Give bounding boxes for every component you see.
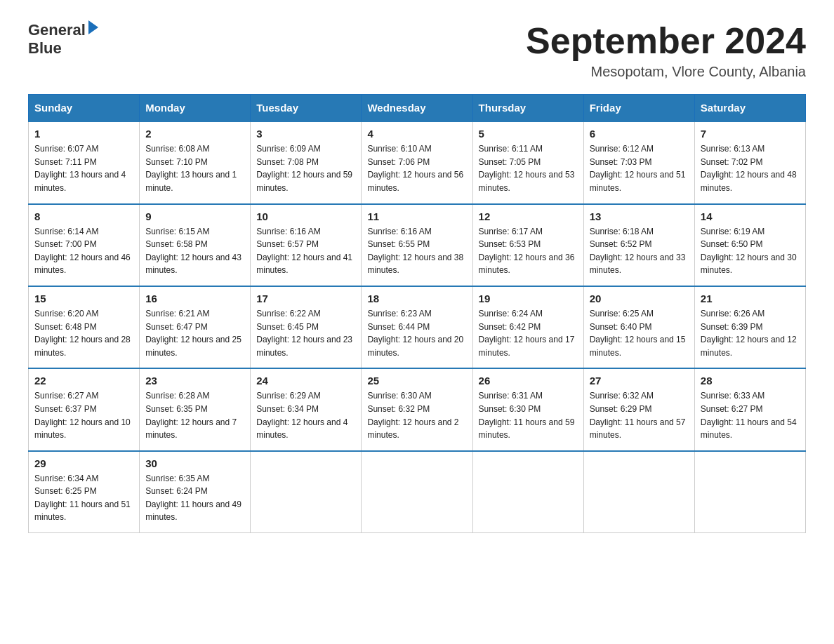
day-number: 6 (590, 128, 689, 140)
day-number: 9 (145, 210, 244, 222)
day-info: Sunrise: 6:07 AMSunset: 7:11 PMDaylight:… (34, 144, 126, 193)
day-info: Sunrise: 6:12 AMSunset: 7:03 PMDaylight:… (590, 144, 686, 193)
calendar-week-row: 15 Sunrise: 6:20 AMSunset: 6:48 PMDaylig… (29, 286, 806, 368)
table-row: 7 Sunrise: 6:13 AMSunset: 7:02 PMDayligh… (694, 121, 805, 203)
day-info: Sunrise: 6:08 AMSunset: 7:10 PMDaylight:… (145, 144, 237, 193)
day-number: 10 (256, 210, 355, 222)
header-monday: Monday (140, 95, 251, 122)
day-number: 27 (590, 375, 689, 387)
day-info: Sunrise: 6:34 AMSunset: 6:25 PMDaylight:… (34, 474, 131, 523)
day-number: 8 (34, 210, 133, 222)
day-number: 23 (145, 375, 244, 387)
table-row: 6 Sunrise: 6:12 AMSunset: 7:03 PMDayligh… (583, 121, 694, 203)
day-number: 29 (34, 457, 133, 469)
day-info: Sunrise: 6:15 AMSunset: 6:58 PMDaylight:… (145, 227, 241, 276)
table-row: 29 Sunrise: 6:34 AMSunset: 6:25 PMDaylig… (29, 451, 140, 533)
day-info: Sunrise: 6:11 AMSunset: 7:05 PMDaylight:… (479, 144, 575, 193)
day-number: 20 (590, 293, 689, 304)
day-info: Sunrise: 6:10 AMSunset: 7:06 PMDaylight:… (367, 144, 463, 193)
table-row: 25 Sunrise: 6:30 AMSunset: 6:32 PMDaylig… (362, 368, 472, 450)
table-row (583, 451, 694, 533)
table-row: 3 Sunrise: 6:09 AMSunset: 7:08 PMDayligh… (251, 121, 362, 203)
day-info: Sunrise: 6:35 AMSunset: 6:24 PMDaylight:… (145, 474, 241, 523)
logo-blue: Blue (28, 39, 62, 58)
day-number: 30 (145, 457, 244, 469)
day-number: 7 (701, 128, 800, 140)
month-year-title: September 2024 (526, 21, 806, 61)
table-row: 19 Sunrise: 6:24 AMSunset: 6:42 PMDaylig… (472, 286, 583, 368)
table-row: 12 Sunrise: 6:17 AMSunset: 6:53 PMDaylig… (472, 204, 583, 286)
day-number: 14 (701, 210, 800, 222)
day-number: 17 (256, 293, 355, 304)
table-row: 13 Sunrise: 6:18 AMSunset: 6:52 PMDaylig… (583, 204, 694, 286)
day-info: Sunrise: 6:20 AMSunset: 6:48 PMDaylight:… (34, 309, 131, 358)
calendar-week-row: 29 Sunrise: 6:34 AMSunset: 6:25 PMDaylig… (29, 451, 806, 533)
day-info: Sunrise: 6:13 AMSunset: 7:02 PMDaylight:… (701, 144, 797, 193)
day-info: Sunrise: 6:24 AMSunset: 6:42 PMDaylight:… (479, 309, 575, 358)
table-row: 26 Sunrise: 6:31 AMSunset: 6:30 PMDaylig… (472, 368, 583, 450)
table-row: 5 Sunrise: 6:11 AMSunset: 7:05 PMDayligh… (472, 121, 583, 203)
table-row: 11 Sunrise: 6:16 AMSunset: 6:55 PMDaylig… (362, 204, 472, 286)
table-row: 9 Sunrise: 6:15 AMSunset: 6:58 PMDayligh… (140, 204, 251, 286)
day-number: 21 (701, 293, 800, 304)
table-row: 14 Sunrise: 6:19 AMSunset: 6:50 PMDaylig… (694, 204, 805, 286)
day-number: 25 (367, 375, 466, 387)
day-info: Sunrise: 6:28 AMSunset: 6:35 PMDaylight:… (145, 391, 237, 440)
day-number: 1 (34, 128, 133, 140)
calendar-header-row: Sunday Monday Tuesday Wednesday Thursday… (29, 95, 806, 122)
day-info: Sunrise: 6:31 AMSunset: 6:30 PMDaylight:… (479, 391, 575, 440)
day-number: 11 (367, 210, 466, 222)
calendar-week-row: 22 Sunrise: 6:27 AMSunset: 6:37 PMDaylig… (29, 368, 806, 450)
table-row: 1 Sunrise: 6:07 AMSunset: 7:11 PMDayligh… (29, 121, 140, 203)
table-row: 30 Sunrise: 6:35 AMSunset: 6:24 PMDaylig… (140, 451, 251, 533)
location-subtitle: Mesopotam, Vlore County, Albania (526, 64, 806, 80)
table-row: 2 Sunrise: 6:08 AMSunset: 7:10 PMDayligh… (140, 121, 251, 203)
day-number: 19 (479, 293, 578, 304)
header-tuesday: Tuesday (251, 95, 362, 122)
table-row: 22 Sunrise: 6:27 AMSunset: 6:37 PMDaylig… (29, 368, 140, 450)
table-row (362, 451, 472, 533)
day-info: Sunrise: 6:25 AMSunset: 6:40 PMDaylight:… (590, 309, 686, 358)
day-info: Sunrise: 6:21 AMSunset: 6:47 PMDaylight:… (145, 309, 241, 358)
day-number: 24 (256, 375, 355, 387)
day-number: 16 (145, 293, 244, 304)
table-row (694, 451, 805, 533)
day-info: Sunrise: 6:29 AMSunset: 6:34 PMDaylight:… (256, 391, 348, 440)
day-number: 5 (479, 128, 578, 140)
table-row: 21 Sunrise: 6:26 AMSunset: 6:39 PMDaylig… (694, 286, 805, 368)
table-row: 16 Sunrise: 6:21 AMSunset: 6:47 PMDaylig… (140, 286, 251, 368)
day-number: 18 (367, 293, 466, 304)
day-info: Sunrise: 6:19 AMSunset: 6:50 PMDaylight:… (701, 227, 797, 276)
day-number: 22 (34, 375, 133, 387)
table-row: 10 Sunrise: 6:16 AMSunset: 6:57 PMDaylig… (251, 204, 362, 286)
logo-general: General (28, 21, 86, 39)
calendar-week-row: 1 Sunrise: 6:07 AMSunset: 7:11 PMDayligh… (29, 121, 806, 203)
day-info: Sunrise: 6:22 AMSunset: 6:45 PMDaylight:… (256, 309, 352, 358)
table-row: 28 Sunrise: 6:33 AMSunset: 6:27 PMDaylig… (694, 368, 805, 450)
day-info: Sunrise: 6:27 AMSunset: 6:37 PMDaylight:… (34, 391, 131, 440)
table-row (472, 451, 583, 533)
day-number: 28 (701, 375, 800, 387)
table-row: 8 Sunrise: 6:14 AMSunset: 7:00 PMDayligh… (29, 204, 140, 286)
header-sunday: Sunday (29, 95, 140, 122)
day-number: 2 (145, 128, 244, 140)
table-row: 4 Sunrise: 6:10 AMSunset: 7:06 PMDayligh… (362, 121, 472, 203)
table-row: 24 Sunrise: 6:29 AMSunset: 6:34 PMDaylig… (251, 368, 362, 450)
logo-arrow-icon (88, 20, 98, 34)
calendar-week-row: 8 Sunrise: 6:14 AMSunset: 7:00 PMDayligh… (29, 204, 806, 286)
day-info: Sunrise: 6:09 AMSunset: 7:08 PMDaylight:… (256, 144, 352, 193)
day-number: 12 (479, 210, 578, 222)
day-info: Sunrise: 6:26 AMSunset: 6:39 PMDaylight:… (701, 309, 797, 358)
day-info: Sunrise: 6:23 AMSunset: 6:44 PMDaylight:… (367, 309, 463, 358)
day-number: 13 (590, 210, 689, 222)
header-thursday: Thursday (472, 95, 583, 122)
day-info: Sunrise: 6:32 AMSunset: 6:29 PMDaylight:… (590, 391, 686, 440)
table-row: 27 Sunrise: 6:32 AMSunset: 6:29 PMDaylig… (583, 368, 694, 450)
day-number: 15 (34, 293, 133, 304)
day-number: 3 (256, 128, 355, 140)
title-section: September 2024 Mesopotam, Vlore County, … (526, 21, 806, 80)
header-friday: Friday (583, 95, 694, 122)
table-row: 20 Sunrise: 6:25 AMSunset: 6:40 PMDaylig… (583, 286, 694, 368)
header: General Blue September 2024 Mesopotam, V… (28, 21, 806, 80)
calendar-table: Sunday Monday Tuesday Wednesday Thursday… (28, 94, 806, 533)
